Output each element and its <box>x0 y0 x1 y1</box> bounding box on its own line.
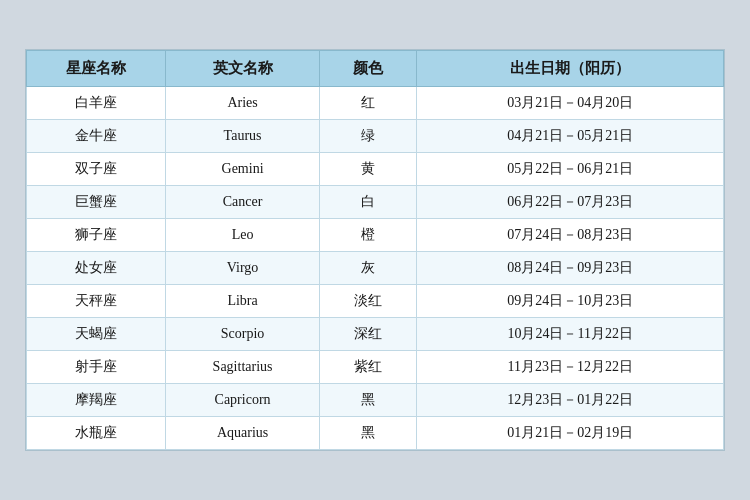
cell-color: 灰 <box>319 252 417 285</box>
cell-chinese: 巨蟹座 <box>27 186 166 219</box>
cell-english: Sagittarius <box>166 351 319 384</box>
cell-english: Leo <box>166 219 319 252</box>
table-row: 摩羯座Capricorn黑12月23日－01月22日 <box>27 384 724 417</box>
cell-date: 06月22日－07月23日 <box>417 186 724 219</box>
cell-date: 05月22日－06月21日 <box>417 153 724 186</box>
cell-english: Capricorn <box>166 384 319 417</box>
zodiac-table-wrapper: 星座名称 英文名称 颜色 出生日期（阳历） 白羊座Aries红03月21日－04… <box>25 49 725 451</box>
header-color: 颜色 <box>319 51 417 87</box>
cell-color: 黑 <box>319 417 417 450</box>
cell-chinese: 金牛座 <box>27 120 166 153</box>
cell-color: 淡红 <box>319 285 417 318</box>
header-english: 英文名称 <box>166 51 319 87</box>
cell-chinese: 双子座 <box>27 153 166 186</box>
cell-chinese: 狮子座 <box>27 219 166 252</box>
header-chinese: 星座名称 <box>27 51 166 87</box>
cell-chinese: 处女座 <box>27 252 166 285</box>
cell-color: 绿 <box>319 120 417 153</box>
cell-date: 03月21日－04月20日 <box>417 87 724 120</box>
table-body: 白羊座Aries红03月21日－04月20日金牛座Taurus绿04月21日－0… <box>27 87 724 450</box>
cell-color: 白 <box>319 186 417 219</box>
table-row: 水瓶座Aquarius黑01月21日－02月19日 <box>27 417 724 450</box>
cell-english: Virgo <box>166 252 319 285</box>
cell-color: 红 <box>319 87 417 120</box>
cell-date: 01月21日－02月19日 <box>417 417 724 450</box>
cell-chinese: 射手座 <box>27 351 166 384</box>
cell-color: 黄 <box>319 153 417 186</box>
cell-english: Taurus <box>166 120 319 153</box>
table-row: 狮子座Leo橙07月24日－08月23日 <box>27 219 724 252</box>
cell-chinese: 水瓶座 <box>27 417 166 450</box>
cell-english: Aquarius <box>166 417 319 450</box>
cell-date: 04月21日－05月21日 <box>417 120 724 153</box>
cell-date: 11月23日－12月22日 <box>417 351 724 384</box>
table-row: 天蝎座Scorpio深红10月24日－11月22日 <box>27 318 724 351</box>
cell-chinese: 天秤座 <box>27 285 166 318</box>
table-row: 天秤座Libra淡红09月24日－10月23日 <box>27 285 724 318</box>
cell-color: 橙 <box>319 219 417 252</box>
table-row: 双子座Gemini黄05月22日－06月21日 <box>27 153 724 186</box>
zodiac-table: 星座名称 英文名称 颜色 出生日期（阳历） 白羊座Aries红03月21日－04… <box>26 50 724 450</box>
header-date: 出生日期（阳历） <box>417 51 724 87</box>
cell-english: Cancer <box>166 186 319 219</box>
cell-color: 深红 <box>319 318 417 351</box>
table-row: 处女座Virgo灰08月24日－09月23日 <box>27 252 724 285</box>
cell-english: Aries <box>166 87 319 120</box>
cell-english: Scorpio <box>166 318 319 351</box>
cell-date: 12月23日－01月22日 <box>417 384 724 417</box>
cell-chinese: 摩羯座 <box>27 384 166 417</box>
cell-english: Gemini <box>166 153 319 186</box>
cell-date: 09月24日－10月23日 <box>417 285 724 318</box>
cell-english: Libra <box>166 285 319 318</box>
cell-date: 08月24日－09月23日 <box>417 252 724 285</box>
cell-date: 07月24日－08月23日 <box>417 219 724 252</box>
cell-color: 黑 <box>319 384 417 417</box>
table-row: 巨蟹座Cancer白06月22日－07月23日 <box>27 186 724 219</box>
cell-chinese: 白羊座 <box>27 87 166 120</box>
table-row: 白羊座Aries红03月21日－04月20日 <box>27 87 724 120</box>
cell-color: 紫红 <box>319 351 417 384</box>
cell-date: 10月24日－11月22日 <box>417 318 724 351</box>
table-row: 射手座Sagittarius紫红11月23日－12月22日 <box>27 351 724 384</box>
cell-chinese: 天蝎座 <box>27 318 166 351</box>
table-header-row: 星座名称 英文名称 颜色 出生日期（阳历） <box>27 51 724 87</box>
table-row: 金牛座Taurus绿04月21日－05月21日 <box>27 120 724 153</box>
